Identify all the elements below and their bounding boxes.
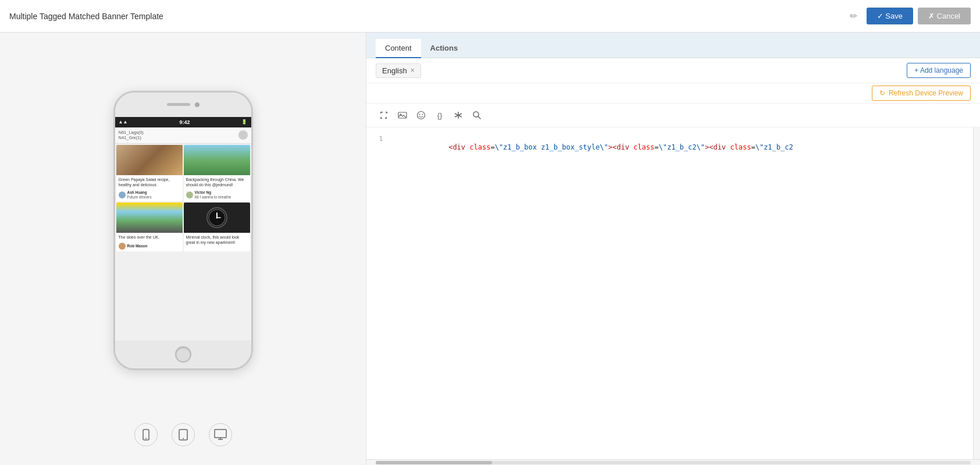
editor-toolbar: {} <box>366 104 980 127</box>
food-author: Ash Huang Future dinners <box>116 189 183 201</box>
rob-avatar <box>119 243 126 250</box>
clock-image <box>184 203 250 233</box>
editor-area: {} <box>366 104 980 465</box>
ash-avatar <box>119 191 126 198</box>
emoji-toolbar-button[interactable] <box>413 107 429 123</box>
asterisk-icon <box>454 111 463 120</box>
ash-sub: Future dinners <box>127 195 152 200</box>
device-container: ▲▲ 9:42 🔋 N61_Lags(0) N41_Gre(1) <box>113 44 253 416</box>
search-toolbar-button[interactable] <box>469 107 485 123</box>
clock-svg <box>208 208 226 227</box>
header-line1: N61_Lags(0) <box>119 130 144 136</box>
image-icon <box>398 111 407 120</box>
mountain-author: Victor Ng All I wanna to breathe <box>184 189 250 201</box>
svg-point-13 <box>418 112 425 119</box>
mountain-title: Backpacking through China. We should do … <box>184 175 250 189</box>
feed-card-mountain: Backpacking through China. We should do … <box>184 145 250 201</box>
tag-open: <div <box>448 143 465 151</box>
iphone-speaker <box>167 103 190 106</box>
code-line-1: 1 <div class=\"z1_b_box z1_b_box_style\"… <box>366 134 973 160</box>
monitor-device-button[interactable] <box>209 423 232 446</box>
svg-rect-8 <box>215 429 226 438</box>
rob-info: Rob Mason <box>127 244 148 249</box>
line-number-1: 1 <box>366 135 390 143</box>
network-icon: ▲▲ <box>119 119 128 125</box>
feed-card-landscape: The skies over the UK. Rob Mason <box>116 203 183 251</box>
clock-face <box>206 207 227 228</box>
food-image <box>116 145 183 175</box>
code-braces-icon: {} <box>437 111 443 120</box>
editor-vertical-scrollbar[interactable] <box>973 127 980 459</box>
feed-header-text: N61_Lags(0) N41_Gre(1) <box>119 130 144 141</box>
phone-icon <box>140 429 152 441</box>
victor-avatar <box>186 191 193 198</box>
editor-horizontal-scrollbar[interactable] <box>366 459 980 465</box>
top-bar: Multiple Tagged Matched Banner Template … <box>0 0 980 33</box>
svg-point-15 <box>422 114 423 115</box>
fullscreen-toolbar-button[interactable] <box>376 107 392 123</box>
home-button[interactable] <box>175 346 191 363</box>
fullscreen-icon <box>379 111 389 120</box>
editor-with-scrollbar: 1 <div class=\"z1_b_box z1_b_box_style\"… <box>366 127 980 459</box>
save-button[interactable]: ✓ Save <box>867 8 913 24</box>
clock-title: Minimal clock, this would look great in … <box>184 233 250 247</box>
language-close-button[interactable]: × <box>411 66 415 74</box>
attr-val1: \"z1_b_box z1_b_box_style\" <box>495 143 608 151</box>
left-panel: ▲▲ 9:42 🔋 N61_Lags(0) N41_Gre(1) <box>0 33 366 465</box>
iphone-screen: ▲▲ 9:42 🔋 N61_Lags(0) N41_Gre(1) <box>115 117 251 340</box>
feed-card-food: Green Papaya Salad recipe, healthy and d… <box>116 145 183 201</box>
iphone-mockup: ▲▲ 9:42 🔋 N61_Lags(0) N41_Gre(1) <box>113 91 253 370</box>
right-panel: Content Actions English × + Add language… <box>366 33 980 465</box>
victor-info: Victor Ng All I wanna to breathe <box>195 190 231 200</box>
scrollbar-track <box>376 461 971 464</box>
edit-icon-button[interactable]: ✏ <box>845 8 862 24</box>
svg-point-7 <box>183 438 184 439</box>
search-icon <box>472 111 482 120</box>
scrollbar-thumb[interactable] <box>376 461 492 464</box>
battery-icon: 🔋 <box>241 119 247 125</box>
code-editor[interactable]: 1 <div class=\"z1_b_box z1_b_box_style\"… <box>366 127 973 459</box>
main-layout: ▲▲ 9:42 🔋 N61_Lags(0) N41_Gre(1) <box>0 33 980 465</box>
top-bar-actions: ✏ ✓ Save ✗ Cancel <box>845 8 971 24</box>
device-selector <box>134 416 232 453</box>
signal-icons: ▲▲ <box>119 119 128 125</box>
status-time: 9:42 <box>179 119 190 125</box>
attr-class1: class <box>469 143 490 151</box>
tablet-icon <box>177 429 189 441</box>
code-toolbar-button[interactable]: {} <box>432 107 448 123</box>
refresh-icon: ↻ <box>879 89 885 97</box>
iphone-bottom <box>115 340 251 368</box>
english-language-tab[interactable]: English × <box>376 63 421 78</box>
landscape-author: Rob Mason <box>116 242 183 251</box>
refresh-label: Refresh Device Preview <box>889 89 963 97</box>
feed-card-clock: Minimal clock, this would look great in … <box>184 203 250 251</box>
tablet-device-button[interactable] <box>172 423 195 446</box>
tabs-bar: Content Actions <box>366 33 980 58</box>
tab-actions[interactable]: Actions <box>421 39 468 58</box>
header-line2: N41_Gre(1) <box>119 135 144 141</box>
refresh-bar: ↻ Refresh Device Preview <box>366 83 980 104</box>
refresh-device-preview-button[interactable]: ↻ Refresh Device Preview <box>872 86 971 101</box>
feed-grid: Green Papaya Salad recipe, healthy and d… <box>115 144 251 253</box>
header-avatar <box>238 130 248 140</box>
line-content-1: <div class=\"z1_b_box z1_b_box_style\"><… <box>390 135 973 159</box>
victor-sub: All I wanna to breathe <box>195 195 231 200</box>
image-toolbar-button[interactable] <box>394 107 411 123</box>
asterisk-toolbar-button[interactable] <box>450 107 466 123</box>
tab-content[interactable]: Content <box>376 39 421 58</box>
ash-info: Ash Huang Future dinners <box>127 190 152 200</box>
page-title: Multiple Tagged Matched Banner Template <box>9 12 163 21</box>
language-label: English <box>382 66 407 75</box>
add-language-button[interactable]: + Add language <box>907 63 971 78</box>
svg-point-3 <box>216 216 218 218</box>
victor-name: Victor Ng <box>195 190 231 195</box>
cancel-button[interactable]: ✗ Cancel <box>918 8 971 24</box>
iphone-top <box>115 93 251 117</box>
monitor-icon <box>214 429 227 441</box>
feed-header: N61_Lags(0) N41_Gre(1) <box>115 127 251 144</box>
language-bar: English × + Add language <box>366 58 980 83</box>
phone-device-button[interactable] <box>134 423 158 446</box>
svg-point-5 <box>145 438 147 439</box>
rob-name: Rob Mason <box>127 244 148 249</box>
iphone-camera <box>195 102 199 107</box>
